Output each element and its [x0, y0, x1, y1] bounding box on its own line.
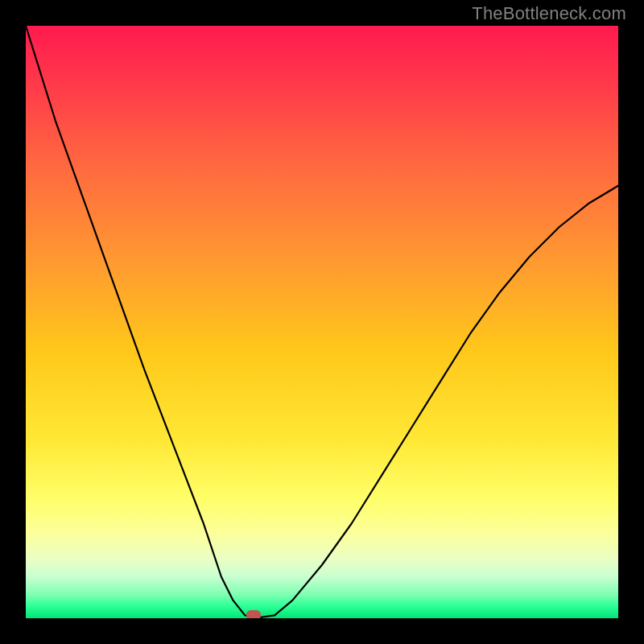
chart-frame: TheBottleneck.com	[0, 0, 644, 644]
curve-path	[26, 26, 618, 618]
bottleneck-curve	[26, 26, 618, 618]
watermark-text: TheBottleneck.com	[472, 3, 626, 24]
plot-area	[26, 26, 618, 618]
optimal-point-marker	[246, 610, 261, 618]
